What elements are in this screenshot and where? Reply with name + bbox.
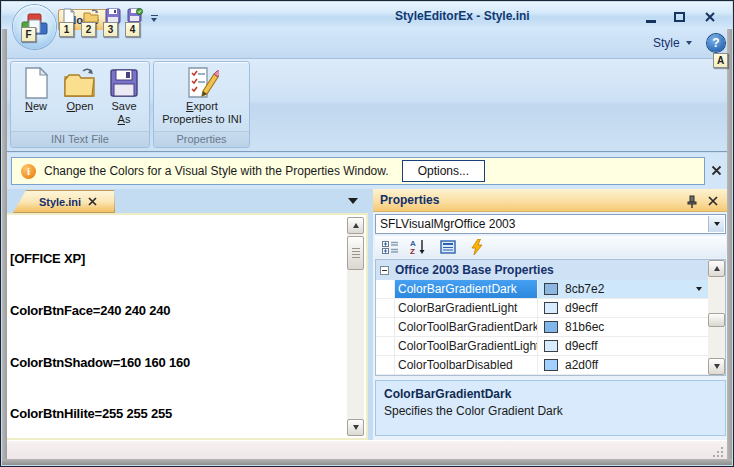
value-dropdown-button[interactable] xyxy=(691,282,706,296)
ribbon-group-properties: Export Properties to INI Properties xyxy=(153,61,250,148)
tab-close-icon[interactable] xyxy=(88,197,97,206)
close-icon xyxy=(704,11,716,23)
color-swatch[interactable] xyxy=(544,321,558,333)
save-as-icon xyxy=(109,66,139,100)
scroll-up-button[interactable] xyxy=(708,260,725,277)
editor-scrollbar[interactable] xyxy=(347,217,364,436)
group-label-properties: Properties xyxy=(154,131,249,147)
property-name[interactable]: ColorBarGradientLight xyxy=(395,299,538,317)
combobox-value: SFLVisualMgrOffice 2003 xyxy=(380,217,515,231)
property-name[interactable]: ColorToolBarGradientDark xyxy=(395,318,538,336)
property-value: 81b6ec xyxy=(565,320,604,334)
property-value-cell[interactable]: a2d0ff xyxy=(538,356,708,374)
qat-customize-icon xyxy=(151,15,158,16)
chevron-down-icon xyxy=(696,287,702,291)
properties-panel: Properties SFLVisualMgrOffice 2003 xyxy=(373,189,728,440)
style-menu-button[interactable]: Style xyxy=(653,34,692,52)
editor-line: [OFFICE XP] xyxy=(10,250,344,267)
arrow-up-icon xyxy=(714,266,720,271)
description-title: ColorBarGradientDark xyxy=(384,387,717,401)
properties-close-button[interactable] xyxy=(705,193,721,209)
export-properties-button[interactable]: Export Properties to INI xyxy=(154,66,250,130)
collapse-icon[interactable] xyxy=(380,266,389,275)
property-row[interactable]: ColorToolbarDisabled a2d0ff xyxy=(376,356,708,375)
property-row[interactable]: ColorToolBarGradientDark 81b6ec xyxy=(376,318,708,337)
editor-line: ColorBtnHilite=255 255 255 xyxy=(10,405,344,422)
object-selector-combobox[interactable]: SFLVisualMgrOffice 2003 xyxy=(375,214,726,234)
keytip-qat-3: 3 xyxy=(103,22,118,37)
properties-panel-title: Properties xyxy=(380,193,439,207)
color-swatch[interactable] xyxy=(544,302,558,314)
category-row[interactable]: Office 2003 Base Properties xyxy=(376,260,708,280)
property-value-cell[interactable]: d9ecff xyxy=(538,337,708,355)
color-swatch[interactable] xyxy=(544,283,558,295)
options-button[interactable]: Options... xyxy=(402,160,485,182)
color-swatch[interactable] xyxy=(544,359,558,371)
property-name[interactable]: ColorToolbarDisabled xyxy=(395,356,538,374)
alphabetical-sort-button[interactable]: A Z xyxy=(409,238,429,256)
property-pages-icon xyxy=(440,240,456,254)
events-button[interactable] xyxy=(467,238,487,256)
lightning-icon xyxy=(471,239,483,255)
scroll-down-button[interactable] xyxy=(347,419,364,436)
document-tab-style-ini[interactable]: Style.ini xyxy=(13,190,115,213)
property-name[interactable]: ColorToolBarGradientLight xyxy=(395,337,538,355)
row-gutter xyxy=(376,356,395,374)
scroll-down-button[interactable] xyxy=(708,358,725,375)
color-swatch[interactable] xyxy=(544,340,558,352)
resize-grip[interactable] xyxy=(712,446,724,458)
window-title: StyleEditorEx - Style.ini xyxy=(395,9,530,23)
ribbon: New Open xyxy=(6,58,728,152)
new-document-icon xyxy=(21,66,51,100)
row-gutter xyxy=(376,337,395,355)
keytip-help: A xyxy=(713,53,728,68)
open-button[interactable]: Open xyxy=(58,66,102,130)
auto-hide-pin-button[interactable] xyxy=(684,193,700,209)
property-name[interactable]: ColorBarGradientDark xyxy=(395,280,538,298)
window-border-left xyxy=(2,29,7,465)
message-text: Change the Colors for a Visual Style wit… xyxy=(44,164,389,178)
property-value-cell[interactable]: 81b6ec xyxy=(538,318,708,336)
property-pages-button[interactable] xyxy=(438,238,458,256)
app-window: StyleEditorEx - Style.ini F xyxy=(0,0,734,467)
row-gutter xyxy=(376,280,395,298)
maximize-button[interactable] xyxy=(668,8,690,26)
save-as-button[interactable]: Save As xyxy=(102,66,146,130)
property-row[interactable]: ColorBarGradientLight d9ecff xyxy=(376,299,708,318)
properties-toolbar: A Z xyxy=(375,236,726,258)
ribbon-group-ini-text-file: New Open xyxy=(10,61,150,148)
categorized-button[interactable] xyxy=(380,238,400,256)
scroll-thumb[interactable] xyxy=(347,236,364,270)
chevron-down-icon xyxy=(686,41,692,45)
qat-customize-dropdown[interactable] xyxy=(148,13,160,25)
new-button[interactable]: New xyxy=(14,66,58,130)
property-value: a2d0ff xyxy=(565,358,598,372)
minimize-button[interactable] xyxy=(640,8,662,26)
group-label-ini-text-file: INI Text File xyxy=(11,131,149,147)
property-row[interactable]: ColorBarGradientDark 8cb7e2 xyxy=(376,280,708,299)
document-list-dropdown[interactable] xyxy=(348,198,358,204)
property-row[interactable]: ColorToolBarGradientLight d9ecff xyxy=(376,337,708,356)
property-value-cell[interactable]: d9ecff xyxy=(538,299,708,317)
close-button[interactable] xyxy=(699,8,721,26)
message-bar: i Change the Colors for a Visual Style w… xyxy=(7,153,728,189)
window-border-bottom xyxy=(2,459,732,465)
minimize-icon xyxy=(646,20,656,23)
svg-text:Z: Z xyxy=(410,247,415,255)
message-bar-close-button[interactable] xyxy=(708,162,724,178)
description-text: Specifies the Color Gradient Dark xyxy=(384,404,717,418)
main-area: Style.ini [OFFICE XP] ColorBtnFace=240 2… xyxy=(2,189,732,440)
keytip-qat-2: 2 xyxy=(81,22,96,37)
row-gutter xyxy=(376,299,395,317)
ini-text-editor[interactable]: [OFFICE XP] ColorBtnFace=240 240 240 Col… xyxy=(5,213,368,440)
grid-scrollbar[interactable] xyxy=(708,260,725,375)
sort-az-icon: A Z xyxy=(410,239,428,255)
combobox-dropdown-button[interactable] xyxy=(708,216,724,232)
categorized-icon xyxy=(382,240,399,255)
scroll-thumb[interactable] xyxy=(708,313,725,327)
scroll-up-button[interactable] xyxy=(347,217,364,234)
help-button[interactable]: ? xyxy=(707,34,725,52)
property-value-cell[interactable]: 8cb7e2 xyxy=(538,280,708,298)
editor-content: [OFFICE XP] ColorBtnFace=240 240 240 Col… xyxy=(10,216,344,440)
editor-panel: Style.ini [OFFICE XP] ColorBtnFace=240 2… xyxy=(5,189,368,440)
